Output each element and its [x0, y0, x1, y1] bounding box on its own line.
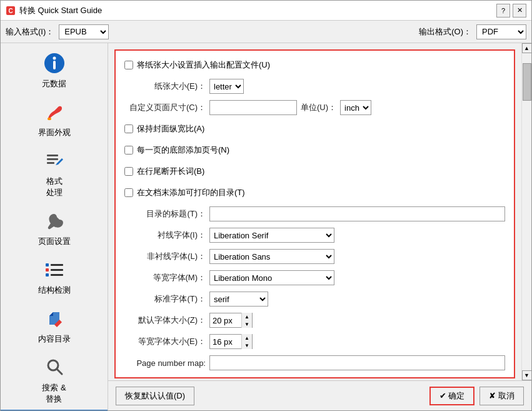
custom-size-row: 自定义页面尺寸(C)： 单位(U)： inch cm mm: [124, 99, 505, 116]
btn-group: ✔ 确定 ✘ 取消: [429, 387, 524, 405]
svg-rect-10: [51, 264, 63, 266]
mono-size-row: 等宽字体大小(E)： ▲ ▼: [124, 333, 505, 350]
input-format-select[interactable]: EPUB: [59, 24, 109, 39]
edit-icon: [42, 148, 67, 173]
sidebar-label-search: 搜索 & 替换: [42, 382, 66, 405]
serif-font-row: 衬线字体(I)： Liberation Serif Times New Roma…: [124, 227, 505, 243]
sidebar-label-structure: 结构检测: [38, 285, 71, 296]
reset-button[interactable]: 恢复默认认值(D): [116, 387, 194, 405]
svg-line-16: [57, 369, 62, 374]
serif-font-select[interactable]: Liberation Serif Times New Roman Georgia: [209, 228, 334, 243]
checkbox-row-5: 在文档末添加可打印的目录(T): [124, 185, 505, 201]
mono-size-down[interactable]: ▼: [242, 342, 252, 349]
help-button[interactable]: ?: [496, 4, 510, 18]
paper-size-select[interactable]: letter A4 A5: [209, 79, 244, 94]
sans-font-row: 非衬线字体(L)： Liberation Sans Arial Helvetic…: [124, 248, 505, 265]
toc-title-row: 目录的标题(T)：: [124, 206, 505, 222]
mono-size-up[interactable]: ▲: [242, 334, 252, 342]
title-bar: C 转换 Quick Start Guide ? ✕: [1, 1, 531, 21]
list-icon: [42, 257, 67, 282]
default-size-input[interactable]: [210, 313, 241, 327]
title-bar-controls: ? ✕: [496, 4, 526, 18]
checkbox-paper-size-label: 将纸张大小设置插入输出配置文件(U): [137, 59, 270, 71]
window-title: 转换 Quick Start Guide: [19, 5, 493, 16]
default-size-spinner: ▲ ▼: [209, 313, 253, 328]
default-size-label: 默认字体大小(Z)：: [124, 315, 206, 326]
sidebar-item-transform[interactable]: 格式 处理: [1, 143, 108, 203]
mono-font-row: 等宽字体(M)： Liberation Mono Courier New: [124, 270, 505, 286]
paper-size-row: 纸张大小(E)： letter A4 A5: [124, 78, 505, 94]
std-font-select[interactable]: serif sans-serif monospace: [209, 292, 268, 307]
main-content: 元数据 界面外观: [1, 43, 531, 410]
toc-title-input[interactable]: [209, 206, 505, 221]
checkbox-cover-label: 保持封面纵宽比(A): [137, 123, 204, 134]
sidebar-label-transform: 格式 处理: [46, 176, 63, 198]
mono-size-label: 等宽字体大小(E)：: [124, 336, 206, 347]
checkbox-row-2: 保持封面纵宽比(A): [124, 121, 505, 137]
checkbox-row-3: 每一页的底部添加页号(N): [124, 142, 505, 158]
mono-font-select[interactable]: Liberation Mono Courier New: [209, 270, 334, 285]
checkbox-cover[interactable]: [124, 124, 133, 133]
checkbox-linebreak[interactable]: [124, 167, 133, 176]
sidebar-label-metadata: 元数据: [42, 78, 66, 89]
settings-scroll-content: 将纸张大小设置插入输出配置文件(U) 纸张大小(E)： letter A4 A5: [108, 43, 521, 380]
sans-font-select[interactable]: Liberation Sans Arial Helvetica: [209, 249, 334, 264]
mono-size-spinner-btns: ▲ ▼: [241, 334, 252, 349]
sidebar-item-metadata[interactable]: 元数据: [1, 46, 108, 94]
input-format-label: 输入格式(I)：: [6, 26, 54, 38]
svg-rect-11: [46, 268, 49, 271]
default-size-row: 默认字体大小(Z)： ▲ ▼: [124, 312, 505, 328]
sidebar-item-page[interactable]: 页面设置: [1, 203, 108, 252]
settings-box: 将纸张大小设置插入输出配置文件(U) 纸张大小(E)： letter A4 A5: [114, 49, 515, 378]
sidebar-item-toc[interactable]: 内容目录: [1, 301, 108, 350]
checkbox-paper-size[interactable]: [124, 61, 133, 69]
sidebar-label-look: 界面外观: [38, 127, 71, 138]
sidebar-item-search[interactable]: 搜索 & 替换: [1, 350, 108, 410]
svg-rect-6: [47, 155, 58, 156]
right-scrollbar: ▲ ▼: [521, 43, 531, 380]
sidebar-item-structure[interactable]: 结构检测: [1, 252, 108, 301]
scroll-up-arrow[interactable]: ▲: [522, 43, 532, 53]
app-icon: C: [6, 6, 16, 16]
checkbox-toc[interactable]: [124, 188, 133, 197]
close-button[interactable]: ✕: [513, 4, 526, 18]
mono-font-label: 等宽字体(M)：: [124, 272, 206, 283]
custom-size-label: 自定义页面尺寸(C)：: [124, 102, 206, 113]
checkbox-row-4: 在行尾断开长词(B): [124, 163, 505, 180]
sidebar-item-pdf[interactable]: PDF 输出: [1, 410, 108, 410]
svg-point-3: [53, 57, 56, 60]
scroll-down-arrow[interactable]: ▼: [522, 370, 532, 380]
svg-rect-9: [46, 263, 49, 266]
paper-size-label: 纸张大小(E)：: [124, 81, 206, 92]
default-size-spinner-btns: ▲ ▼: [241, 313, 252, 328]
scrollbar-thumb[interactable]: [523, 63, 531, 101]
default-size-down[interactable]: ▼: [242, 320, 252, 328]
confirm-button[interactable]: ✔ 确定: [429, 387, 475, 405]
cancel-button[interactable]: ✘ 取消: [479, 387, 524, 405]
svg-rect-14: [51, 274, 63, 276]
checkbox-row-1: 将纸张大小设置插入输出配置文件(U): [124, 57, 505, 73]
output-format-select[interactable]: PDF: [476, 24, 526, 39]
toc-icon: [42, 306, 67, 331]
custom-size-input[interactable]: [209, 100, 297, 115]
svg-rect-12: [51, 269, 63, 271]
checkbox-pagenum-label: 每一页的底部添加页号(N): [137, 145, 229, 156]
svg-rect-13: [46, 273, 49, 277]
svg-rect-7: [47, 158, 58, 160]
page-num-map-input[interactable]: [209, 355, 505, 370]
toolbar: 输入格式(I)： EPUB 输出格式(O)： PDF: [1, 21, 531, 43]
checkbox-pagenum[interactable]: [124, 146, 133, 155]
checkbox-toc-label: 在文档末添加可打印的目录(T): [137, 187, 245, 198]
bottom-bar: 恢复默认认值(D) ✔ 确定 ✘ 取消: [108, 380, 531, 410]
default-size-up[interactable]: ▲: [242, 313, 252, 320]
sidebar-item-look[interactable]: 界面外观: [1, 94, 108, 143]
unit-select[interactable]: inch cm mm: [340, 100, 371, 115]
sans-font-label: 非衬线字体(L)：: [124, 251, 206, 262]
info-icon: [42, 51, 67, 76]
serif-font-label: 衬线字体(I)：: [124, 230, 206, 241]
wrench-icon: [42, 208, 67, 233]
std-font-row: 标准字体(T)： serif sans-serif monospace: [124, 291, 505, 307]
unit-label: 单位(U)：: [301, 102, 336, 113]
mono-size-input[interactable]: [210, 335, 241, 348]
std-font-label: 标准字体(T)：: [124, 293, 206, 305]
